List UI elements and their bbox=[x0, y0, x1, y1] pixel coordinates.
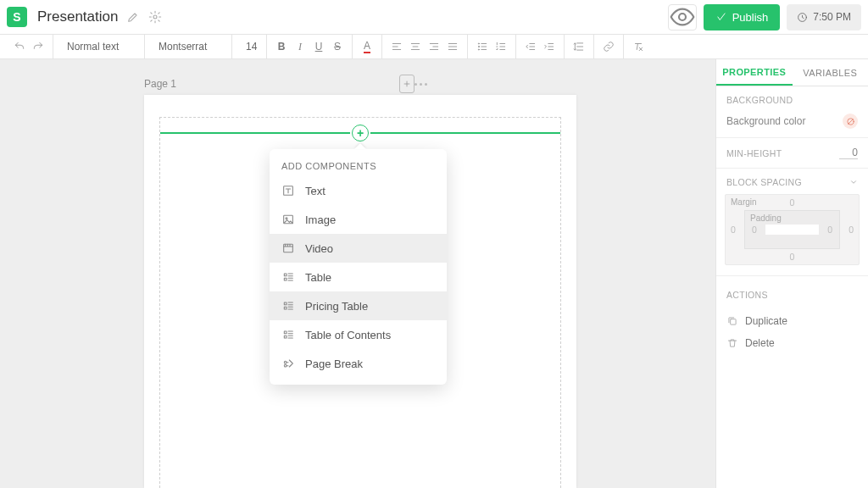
align-right-button[interactable] bbox=[426, 39, 442, 54]
svg-point-0 bbox=[153, 15, 157, 19]
svg-point-8 bbox=[286, 218, 287, 219]
page-break-icon bbox=[281, 357, 295, 370]
strike-button[interactable]: S bbox=[329, 39, 346, 54]
tab-variables[interactable]: VARIABLES bbox=[793, 59, 869, 86]
image-icon bbox=[281, 213, 295, 226]
app-logo[interactable]: S bbox=[7, 7, 27, 27]
page-menu-button[interactable] bbox=[415, 83, 427, 86]
caret-down-icon[interactable] bbox=[849, 178, 858, 186]
text-style-select[interactable]: Normal text bbox=[58, 35, 139, 58]
popover-caret-icon bbox=[354, 143, 366, 149]
font-size-select[interactable]: 14 bbox=[237, 35, 261, 58]
clear-format-button[interactable] bbox=[630, 39, 647, 54]
component-image[interactable]: Image bbox=[270, 205, 447, 234]
publish-button[interactable]: Publish bbox=[704, 4, 781, 30]
table-icon bbox=[281, 270, 295, 284]
link-button[interactable] bbox=[600, 39, 617, 54]
align-left-button[interactable] bbox=[388, 39, 405, 54]
page-label: Page 1 bbox=[144, 78, 176, 90]
background-color-row[interactable]: Background color bbox=[716, 110, 868, 132]
toc-icon bbox=[281, 328, 295, 341]
box-model-editor[interactable]: Margin 0 0 0 0 Padding 0 0 bbox=[725, 194, 860, 265]
svg-point-4 bbox=[478, 46, 479, 47]
doc-title[interactable]: Presentation bbox=[37, 8, 118, 25]
no-color-icon bbox=[843, 114, 858, 129]
time-indicator: 7:50 PM bbox=[787, 4, 861, 30]
indent-button[interactable] bbox=[541, 39, 558, 54]
bold-button[interactable]: B bbox=[273, 39, 290, 54]
component-page-break[interactable]: Page Break bbox=[270, 349, 447, 378]
component-table[interactable]: Table bbox=[270, 263, 447, 291]
svg-point-1 bbox=[679, 14, 686, 20]
section-background: BACKGROUND bbox=[716, 86, 868, 110]
svg-rect-13 bbox=[731, 319, 736, 324]
underline-button[interactable]: U bbox=[310, 39, 327, 54]
component-pricing-table[interactable]: Pricing Table bbox=[270, 291, 447, 320]
add-component-button[interactable] bbox=[352, 125, 369, 141]
text-icon bbox=[281, 184, 295, 197]
app-header: S Presentation Publish 7:50 PM bbox=[0, 0, 868, 35]
font-select[interactable]: Montserrat bbox=[150, 35, 226, 58]
line-height-button[interactable] bbox=[570, 39, 587, 54]
page-content-region[interactable]: ADD COMPONENTS Text Image Video bbox=[159, 117, 561, 488]
delete-action[interactable]: Delete bbox=[726, 332, 858, 354]
italic-button[interactable]: I bbox=[292, 39, 309, 54]
add-page-button[interactable] bbox=[399, 75, 415, 93]
undo-button[interactable] bbox=[11, 39, 28, 54]
align-justify-button[interactable] bbox=[444, 39, 461, 54]
publish-label: Publish bbox=[732, 11, 769, 24]
trash-icon bbox=[726, 337, 738, 349]
bullet-list-button[interactable] bbox=[474, 39, 491, 54]
text-color-button[interactable]: A bbox=[359, 39, 376, 54]
pencil-icon[interactable] bbox=[126, 10, 140, 24]
tab-properties[interactable]: PROPERTIES bbox=[716, 59, 793, 86]
duplicate-icon bbox=[726, 315, 738, 327]
svg-point-3 bbox=[478, 43, 479, 44]
section-minheight: MIN-HEIGHT bbox=[726, 148, 782, 158]
section-blockspacing: BLOCK SPACING bbox=[726, 177, 802, 187]
preview-button[interactable] bbox=[668, 4, 697, 30]
minheight-input[interactable]: 0 bbox=[839, 147, 858, 159]
video-icon bbox=[281, 241, 295, 255]
redo-button[interactable] bbox=[30, 39, 47, 54]
svg-point-5 bbox=[478, 49, 479, 50]
properties-panel: PROPERTIES VARIABLES BACKGROUND Backgrou… bbox=[715, 59, 868, 488]
format-toolbar: Normal text Montserrat 14 B I U S A bbox=[0, 35, 868, 59]
component-video[interactable]: Video bbox=[270, 234, 447, 263]
popover-heading: ADD COMPONENTS bbox=[270, 161, 447, 176]
component-toc[interactable]: Table of Contents bbox=[270, 320, 447, 349]
page-surface[interactable]: ADD COMPONENTS Text Image Video bbox=[144, 95, 576, 488]
duplicate-action[interactable]: Duplicate bbox=[726, 310, 858, 332]
section-actions: ACTIONS bbox=[716, 281, 868, 305]
gear-icon[interactable] bbox=[148, 10, 162, 24]
add-components-popover: ADD COMPONENTS Text Image Video bbox=[270, 149, 447, 385]
numbered-list-button[interactable] bbox=[492, 39, 509, 54]
pricing-table-icon bbox=[281, 299, 295, 313]
align-center-button[interactable] bbox=[407, 39, 424, 54]
outdent-button[interactable] bbox=[522, 39, 539, 54]
insert-divider bbox=[160, 125, 560, 141]
canvas: Page 1 ADD COMPONENTS Text bbox=[0, 59, 715, 488]
component-text[interactable]: Text bbox=[270, 176, 447, 205]
